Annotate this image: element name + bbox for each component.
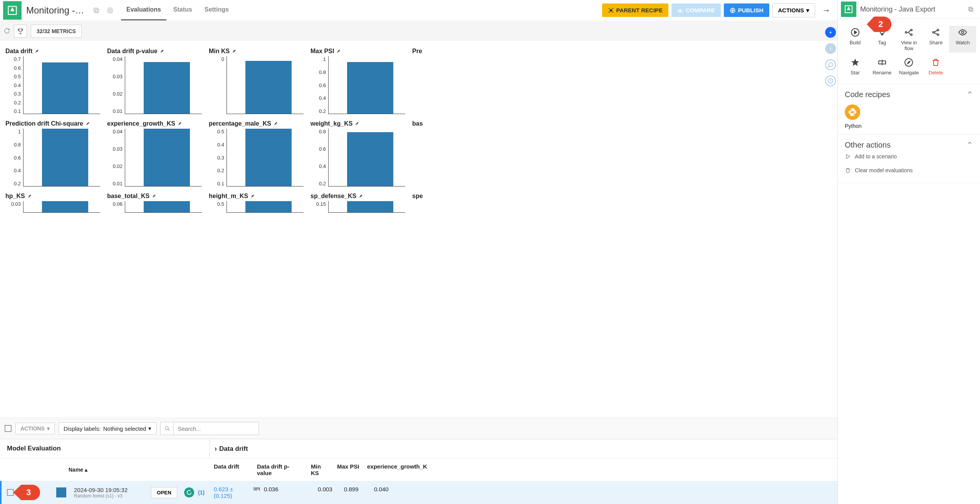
refresh-icon[interactable] (4, 28, 10, 35)
chart-tile[interactable]: hp_KS0.03 (2, 190, 103, 215)
chart-title: spe (412, 193, 423, 200)
column-max-psi[interactable]: Max PSI (333, 463, 363, 476)
svg-marker-37 (908, 61, 910, 64)
chart-title: Pre (412, 48, 422, 55)
add-to-scenario[interactable]: Add to a scenario (845, 150, 973, 163)
row-actions-dropdown[interactable]: ACTIONS ▾ (15, 423, 55, 434)
y-tick: 0.2 (319, 108, 326, 114)
pin-icon[interactable] (160, 48, 164, 54)
pin-icon[interactable] (274, 121, 278, 127)
chart-bar (144, 129, 190, 186)
chart-tile[interactable]: experience_growth_KS0.040.030.020.01 (104, 118, 205, 189)
tab-evaluations[interactable]: Evaluations (121, 0, 166, 20)
chart-title: sp_defense_KS (310, 193, 356, 200)
chart-tile[interactable]: percentage_male_KS0.50.40.30.20.1 (206, 118, 307, 189)
pin-icon[interactable] (27, 193, 32, 199)
column-data-drift-p[interactable]: Data drift p-value (253, 463, 307, 476)
chart-tile[interactable]: spe (409, 190, 510, 215)
pin-icon[interactable] (86, 121, 90, 127)
pin-icon[interactable] (152, 193, 156, 199)
status-count[interactable]: (1) (198, 489, 205, 496)
search-input[interactable] (174, 423, 258, 434)
metrics-count[interactable]: 32/32 METRICS (31, 25, 82, 38)
pin-icon[interactable] (232, 48, 237, 54)
table-header-data-drift[interactable]: ›Data drift (210, 439, 837, 458)
python-recipe[interactable]: Python (845, 104, 973, 129)
code-recipes-header[interactable]: Code recipes ⌃ (845, 90, 973, 99)
chart-tile[interactable]: Min KS0 (206, 45, 307, 116)
y-tick: 0.6 (14, 155, 21, 161)
action-label: Star (851, 70, 860, 76)
select-all-checkbox[interactable] (5, 425, 12, 432)
rp-copy-icon[interactable] (965, 3, 977, 15)
watch-action[interactable]: Watch (949, 26, 976, 53)
y-tick: 0.1 (217, 181, 224, 186)
chart-tile[interactable]: Prediction drift Chi-square10.80.60.40.2 (2, 118, 103, 189)
chart-tile[interactable]: Max PSI10.80.60.40.2 (307, 45, 408, 116)
chart-tile[interactable]: base_total_KS0.06 (104, 190, 205, 215)
svg-point-30 (933, 32, 934, 33)
column-name[interactable]: Name ▴ (69, 467, 87, 473)
display-labels-dropdown[interactable]: Display labels: Nothing selected ▾ (59, 422, 156, 435)
info-icon[interactable]: i (825, 43, 836, 54)
chart-tile[interactable]: bas (409, 118, 510, 189)
copy-icon[interactable] (90, 4, 102, 17)
table-row[interactable]: 3 2024-09-30 19:05:32 Random forest (s1)… (0, 481, 837, 504)
pin-icon[interactable] (35, 48, 39, 54)
navigate-action[interactable]: Navigate (896, 56, 923, 77)
app-logo[interactable] (3, 1, 22, 20)
column-min-ks[interactable]: Min KS (307, 463, 333, 476)
action-label: Share (929, 40, 943, 45)
chart-tile[interactable]: Data drift p-value0.040.030.020.01 (104, 45, 205, 116)
chat-icon[interactable] (825, 59, 836, 70)
pin-icon[interactable] (250, 193, 255, 199)
delete-action[interactable]: Delete (922, 56, 949, 77)
view-in-flow-action[interactable]: View in flow (896, 26, 923, 53)
search-icon[interactable] (161, 422, 174, 435)
star-action[interactable]: Star (842, 56, 869, 77)
action-label: View in flow (896, 40, 922, 51)
cell-data-drift-p: 0.036 (260, 486, 314, 499)
chart-tile[interactable]: sp_defense_KS0.15 (307, 190, 408, 215)
target-icon[interactable] (104, 4, 116, 17)
chart-tile[interactable]: weight_kg_KS0.80.60.40.2 (307, 118, 408, 189)
y-tick: 0.6 (14, 65, 21, 71)
annotation-badge-3: 3 (13, 485, 40, 500)
y-tick: 0.5 (217, 129, 224, 134)
row-checkbox[interactable] (7, 489, 14, 496)
compare-button[interactable]: COMPARE (671, 3, 721, 17)
chart-title: Data drift (5, 48, 32, 55)
trophy-button[interactable] (14, 25, 27, 38)
expand-right-icon[interactable]: → (818, 5, 834, 15)
add-icon[interactable]: + (825, 27, 836, 38)
chart-tile[interactable]: height_m_KS0.5 (206, 190, 307, 215)
clear-evaluations[interactable]: Clear model evaluations (845, 163, 973, 177)
other-actions-header[interactable]: Other actions ⌃ (845, 140, 973, 150)
open-button[interactable]: OPEN (151, 487, 177, 498)
tab-settings[interactable]: Settings (199, 0, 234, 20)
chart-title: height_m_KS (209, 193, 248, 200)
status-icon[interactable] (184, 487, 194, 497)
tab-status[interactable]: Status (168, 0, 198, 20)
chart-tile[interactable]: Pre (409, 45, 510, 116)
publish-button[interactable]: PUBLISH (724, 3, 769, 17)
history-icon[interactable] (825, 76, 836, 86)
pin-icon[interactable] (355, 121, 359, 127)
pin-icon[interactable] (359, 193, 363, 199)
parent-recipe-button[interactable]: PARENT RECIPE (602, 3, 669, 17)
rp-logo[interactable] (841, 2, 856, 17)
build-action[interactable]: Build (842, 26, 869, 53)
trash-outline-icon (845, 167, 851, 173)
y-tick: 0.3 (14, 91, 21, 97)
cell-max-psi: 0.899 (340, 486, 370, 499)
column-data-drift[interactable]: Data drift (210, 463, 253, 476)
chart-tile[interactable]: Data drift0.70.60.50.40.30.20.1 (2, 45, 103, 116)
pin-icon[interactable] (336, 48, 341, 54)
y-tick: 0.15 (316, 201, 326, 207)
y-tick: 0.03 (113, 74, 123, 79)
pin-icon[interactable] (178, 121, 182, 127)
actions-button[interactable]: ACTIONS ▾ (772, 3, 816, 17)
rename-action[interactable]: Rename (869, 56, 896, 77)
share-action[interactable]: Share (922, 26, 949, 53)
column-exp-growth[interactable]: experience_growth_K (363, 463, 429, 476)
